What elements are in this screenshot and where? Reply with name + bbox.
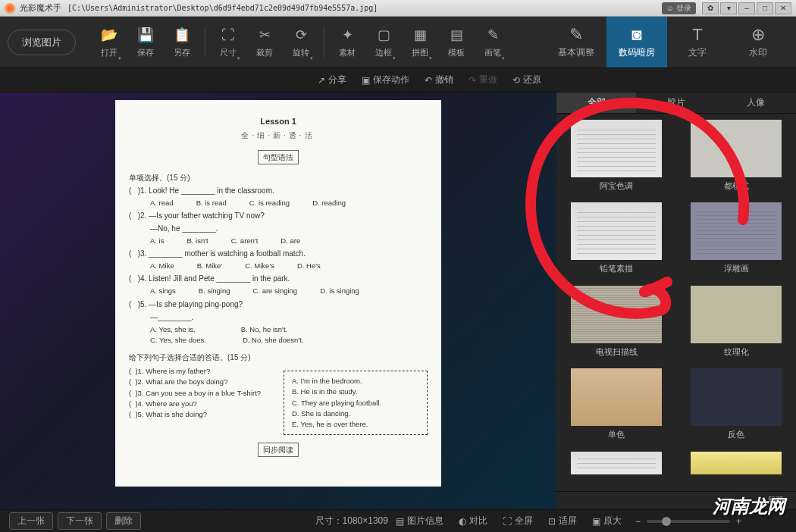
share-button[interactable]: ↗分享 bbox=[310, 74, 354, 86]
effects-panel: 全部 胶片 人像 阿宝色调 都模式 铅笔素描 浮雕画 电视扫描线 纹理化 单色 … bbox=[556, 92, 796, 509]
effect-extra2[interactable] bbox=[682, 452, 790, 485]
tab-darkroom[interactable]: ◙数码暗房 bbox=[606, 17, 667, 67]
compare-icon: ◐ bbox=[459, 516, 466, 527]
zoom-out-icon[interactable]: − bbox=[635, 516, 641, 527]
camera-icon: ◙ bbox=[631, 25, 641, 45]
fullscreen-button[interactable]: ⛶全屏 bbox=[503, 515, 533, 527]
redo-icon: ↷ bbox=[469, 75, 476, 86]
rotate-button[interactable]: ⟳旋转▾ bbox=[283, 21, 319, 64]
canvas-area[interactable]: Lesson 1 全·细·新·透·活 句型语法 单项选择。(15 分) ( )1… bbox=[0, 92, 556, 509]
status-bar: 上一张 下一张 删除 尺寸：1080×1309 ▤图片信息 ◐对比 ⛶全屏 ⊡适… bbox=[0, 509, 796, 532]
size-button[interactable]: ⛶尺寸▾ bbox=[210, 21, 246, 64]
redo-button[interactable]: ↷重做 bbox=[461, 74, 505, 86]
effect-scanline[interactable]: 电视扫描线 bbox=[563, 286, 670, 365]
tab-basic[interactable]: ✎基本调整 bbox=[546, 17, 606, 67]
effect-texture[interactable]: 纹理化 bbox=[682, 286, 790, 365]
template-button[interactable]: ▤模板 bbox=[438, 21, 475, 64]
info-button[interactable]: ▤图片信息 bbox=[396, 515, 443, 527]
share-icon: ↗ bbox=[318, 75, 325, 86]
effect-emboss[interactable]: 浮雕画 bbox=[682, 202, 790, 282]
dimensions-label: 尺寸：1080×1309 bbox=[315, 515, 388, 527]
effect-invert[interactable]: 反色 bbox=[682, 368, 790, 448]
material-icon: ✦ bbox=[338, 26, 356, 44]
effect-mode[interactable]: 都模式 bbox=[682, 120, 790, 199]
delete-button[interactable]: 删除 bbox=[106, 512, 141, 530]
undo-icon: ↶ bbox=[425, 75, 432, 86]
filter-tab-film[interactable]: 胶片 bbox=[636, 92, 716, 113]
prev-button[interactable]: 上一张 bbox=[9, 512, 53, 530]
tab-watermark[interactable]: ⊕水印 bbox=[728, 17, 788, 67]
size-icon: ⛶ bbox=[219, 26, 237, 44]
close-icon[interactable]: ✕ bbox=[775, 2, 791, 14]
zoom-slider[interactable] bbox=[647, 520, 730, 523]
effect-pencil[interactable]: 铅笔素描 bbox=[563, 202, 670, 282]
rotate-icon: ⟳ bbox=[292, 26, 310, 44]
filter-tab-portrait[interactable]: 人像 bbox=[716, 92, 796, 113]
site-watermark: 河南龙网 bbox=[713, 494, 785, 518]
file-path: [C:\Users\Administrator\Desktop\d6d9f4eb… bbox=[67, 4, 378, 12]
original-icon: ▣ bbox=[592, 516, 600, 527]
text-icon: T bbox=[692, 25, 702, 45]
save-icon: 💾 bbox=[136, 26, 155, 44]
info-icon: ▤ bbox=[396, 516, 404, 527]
collage-icon: ▦ bbox=[411, 26, 429, 44]
border-icon: ▢ bbox=[374, 26, 393, 44]
watermark-icon: ⊕ bbox=[751, 25, 765, 45]
browse-button[interactable]: 浏览图片 bbox=[8, 30, 76, 55]
save-button[interactable]: 💾保存 bbox=[127, 21, 164, 64]
effect-extra1[interactable] bbox=[563, 452, 670, 485]
crop-icon: ✂ bbox=[255, 26, 274, 44]
template-icon: ▤ bbox=[447, 26, 465, 44]
save-action-button[interactable]: ▣保存动作 bbox=[354, 74, 417, 86]
minimize-icon[interactable]: – bbox=[738, 2, 755, 14]
document-preview: Lesson 1 全·细·新·透·活 句型语法 单项选择。(15 分) ( )1… bbox=[115, 100, 441, 487]
fullscreen-icon: ⛶ bbox=[503, 516, 512, 527]
dropdown-icon[interactable]: ▾ bbox=[720, 2, 737, 14]
brush-icon: ✎ bbox=[484, 26, 502, 44]
fit-icon: ⊡ bbox=[548, 516, 556, 527]
main-toolbar: 浏览图片 📂打开▾ 💾保存 📋另存 ⛶尺寸▾ ✂裁剪 ⟳旋转▾ ✦素材 ▢边框▾… bbox=[0, 17, 796, 68]
app-logo-icon bbox=[5, 3, 15, 14]
title-bar: 光影魔术手 [C:\Users\Administrator\Desktop\d6… bbox=[0, 0, 796, 17]
saveas-button[interactable]: 📋另存 bbox=[164, 21, 200, 64]
effect-abao[interactable]: 阿宝色调 bbox=[563, 120, 670, 199]
saveas-icon: 📋 bbox=[173, 26, 191, 44]
adjust-icon: ✎ bbox=[569, 25, 583, 45]
tab-text[interactable]: T文字 bbox=[667, 17, 728, 67]
crop-button[interactable]: ✂裁剪 bbox=[246, 21, 283, 64]
border-button[interactable]: ▢边框▾ bbox=[365, 21, 402, 64]
record-icon: ▣ bbox=[362, 75, 370, 86]
settings-icon[interactable]: ✿ bbox=[702, 2, 719, 14]
filter-tab-all[interactable]: 全部 bbox=[556, 92, 636, 113]
original-button[interactable]: ▣原大 bbox=[592, 515, 622, 527]
login-button[interactable]: ☺登录 bbox=[662, 2, 696, 14]
app-title: 光影魔术手 bbox=[20, 2, 61, 14]
next-button[interactable]: 下一张 bbox=[58, 512, 102, 530]
maximize-icon[interactable]: □ bbox=[757, 2, 773, 14]
action-bar: ↗分享 ▣保存动作 ↶撤销 ↷重做 ⟲还原 bbox=[0, 68, 796, 92]
material-button[interactable]: ✦素材 bbox=[329, 21, 365, 64]
open-button[interactable]: 📂打开▾ bbox=[91, 21, 127, 64]
collage-button[interactable]: ▦拼图▾ bbox=[402, 21, 438, 64]
brush-button[interactable]: ✎画笔▾ bbox=[475, 21, 511, 64]
restore-button[interactable]: ⟲还原 bbox=[505, 74, 549, 86]
compare-button[interactable]: ◐对比 bbox=[459, 515, 487, 527]
restore-icon: ⟲ bbox=[512, 75, 520, 86]
fit-button[interactable]: ⊡适屏 bbox=[548, 515, 577, 527]
effect-mono[interactable]: 单色 bbox=[563, 368, 670, 448]
undo-button[interactable]: ↶撤销 bbox=[417, 74, 461, 86]
folder-icon: 📂 bbox=[100, 26, 118, 44]
